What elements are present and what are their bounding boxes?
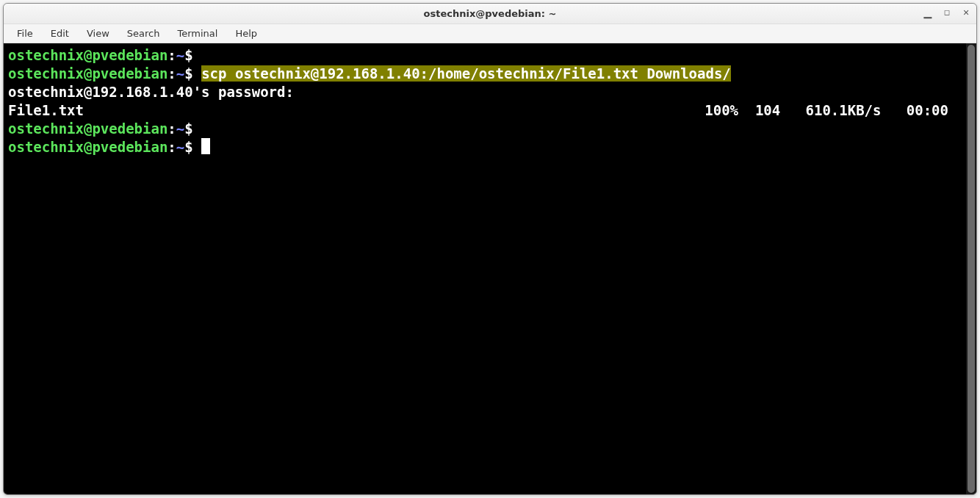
prompt-user-host: ostechnix@pvedebian bbox=[8, 120, 167, 137]
prompt-path: ~ bbox=[176, 47, 184, 63]
terminal-line: ostechnix@pvedebian:~$ bbox=[8, 120, 972, 138]
prompt-dollar: $ bbox=[184, 120, 192, 137]
menu-terminal[interactable]: Terminal bbox=[170, 26, 225, 40]
terminal-output[interactable]: ostechnix@pvedebian:~$ ostechnix@pvedebi… bbox=[4, 43, 976, 494]
minimize-button[interactable]: ▁ bbox=[923, 8, 932, 17]
cursor-icon bbox=[201, 138, 210, 154]
transfer-filename: File1.txt bbox=[8, 101, 84, 120]
prompt-path: ~ bbox=[176, 120, 184, 137]
command-text-highlighted: scp ostechnix@192.168.1.40:/home/ostechn… bbox=[201, 65, 731, 82]
terminal-line: ostechnix@pvedebian:~$ bbox=[8, 46, 972, 65]
prompt-user-host: ostechnix@pvedebian bbox=[8, 139, 167, 155]
window-title: ostechnix@pvedebian: ~ bbox=[424, 8, 557, 19]
terminal-line: ostechnix@pvedebian:~$ scp ostechnix@192… bbox=[8, 65, 972, 83]
menu-file[interactable]: File bbox=[10, 26, 40, 40]
prompt-user-host: ostechnix@pvedebian bbox=[8, 65, 167, 82]
transfer-stats: 100% 104 610.1KB/s 00:00 bbox=[705, 101, 948, 120]
prompt-colon: : bbox=[167, 139, 176, 155]
close-button[interactable]: ✕ bbox=[962, 8, 970, 17]
output-text: ostechnix@192.168.1.40's password: bbox=[8, 84, 294, 100]
prompt-colon: : bbox=[167, 47, 176, 63]
menu-help[interactable]: Help bbox=[228, 26, 264, 40]
prompt-dollar: $ bbox=[184, 139, 192, 155]
terminal-line: ostechnix@pvedebian:~$ bbox=[8, 138, 972, 156]
terminal-window: ostechnix@pvedebian: ~ ▁ ◻ ✕ File Edit V… bbox=[3, 3, 977, 495]
menu-view[interactable]: View bbox=[79, 26, 117, 40]
terminal-line: File1.txt100% 104 610.1KB/s 00:00 bbox=[8, 101, 972, 120]
titlebar: ostechnix@pvedebian: ~ ▁ ◻ ✕ bbox=[4, 4, 976, 24]
prompt-user-host: ostechnix@pvedebian bbox=[8, 47, 167, 63]
menubar: File Edit View Search Terminal Help bbox=[4, 24, 976, 43]
scrollbar-thumb[interactable] bbox=[968, 45, 975, 493]
prompt-dollar: $ bbox=[184, 47, 192, 63]
prompt-dollar: $ bbox=[184, 65, 192, 82]
maximize-button[interactable]: ◻ bbox=[943, 8, 951, 17]
window-controls: ▁ ◻ ✕ bbox=[923, 8, 970, 17]
prompt-path: ~ bbox=[176, 139, 184, 155]
prompt-path: ~ bbox=[176, 65, 184, 82]
terminal-line: ostechnix@192.168.1.40's password: bbox=[8, 83, 972, 101]
menu-edit[interactable]: Edit bbox=[43, 26, 76, 40]
menu-search[interactable]: Search bbox=[120, 26, 167, 40]
prompt-colon: : bbox=[167, 120, 176, 137]
prompt-colon: : bbox=[167, 65, 176, 82]
scrollbar[interactable] bbox=[966, 43, 976, 494]
